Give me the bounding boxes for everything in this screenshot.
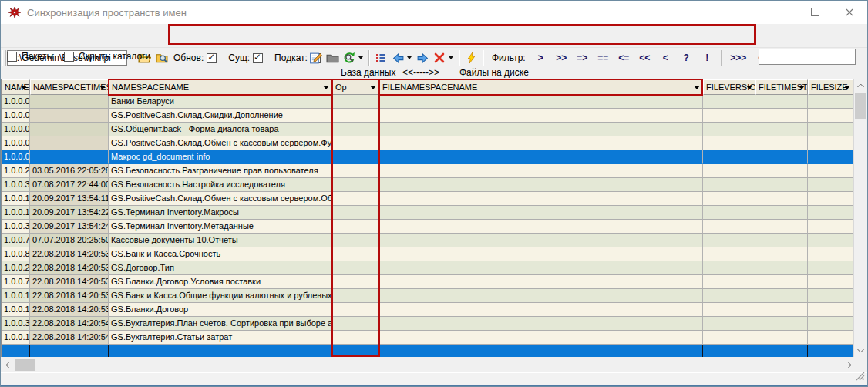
close-button[interactable] bbox=[832, 1, 866, 23]
cell-fileversion[interactable] bbox=[703, 220, 755, 234]
cell-namespacename[interactable]: GS.Банк и Касса.Общие функции валютных и… bbox=[109, 289, 332, 303]
column-header-namespacename[interactable]: NAMESPACENAME bbox=[109, 79, 332, 95]
cell-namespacetimestamp[interactable] bbox=[30, 95, 109, 109]
column-dropdown-icon[interactable] bbox=[370, 86, 376, 89]
cell-name[interactable]: 1.0.0.0 bbox=[2, 150, 30, 164]
cell-name[interactable]: 1.0.0.16 bbox=[2, 303, 30, 317]
horizontal-scrollbar[interactable] bbox=[1, 358, 856, 372]
cell-op[interactable] bbox=[332, 247, 379, 261]
scroll-left-icon[interactable] bbox=[1, 358, 14, 372]
cell-fileversion[interactable] bbox=[703, 289, 755, 303]
horizontal-scroll-thumb[interactable] bbox=[15, 359, 35, 371]
column-header-filesize[interactable]: FILESIZE bbox=[808, 79, 853, 95]
cell-filesize[interactable] bbox=[808, 331, 853, 345]
cell-op[interactable] bbox=[332, 192, 379, 206]
cell-name[interactable]: 1.0.0.7 bbox=[2, 234, 30, 247]
column-dropdown-icon[interactable] bbox=[844, 86, 850, 89]
vertical-scroll-thumb[interactable] bbox=[855, 93, 866, 119]
cell-filetimestamp[interactable] bbox=[755, 220, 808, 234]
cell-fileversion[interactable] bbox=[703, 192, 755, 206]
cell-filesize[interactable] bbox=[808, 234, 853, 247]
empty-selected-cell[interactable] bbox=[2, 345, 30, 357]
cell-filetimestamp[interactable] bbox=[755, 261, 808, 275]
cell-filesize[interactable] bbox=[808, 192, 853, 206]
cell-filetimestamp[interactable] bbox=[755, 206, 808, 220]
grid-row[interactable]: 1.0.0.222.08.2018 14:20:53GS.Договор.Тип bbox=[2, 261, 853, 275]
cell-fileversion[interactable] bbox=[703, 247, 755, 261]
cell-name[interactable]: 1.0.0.3 bbox=[2, 178, 30, 192]
cell-filenamespacename[interactable] bbox=[379, 136, 703, 150]
grid-row[interactable]: 1.0.0.707.07.2018 20:25:50Кассовые докум… bbox=[2, 234, 853, 247]
cell-op[interactable] bbox=[332, 317, 379, 331]
cell-op[interactable] bbox=[332, 123, 379, 136]
resize-grip[interactable] bbox=[856, 370, 865, 384]
cell-filetimestamp[interactable] bbox=[755, 234, 808, 247]
cell-fileversion[interactable] bbox=[703, 234, 755, 247]
cell-namespacetimestamp[interactable]: 22.08.2018 14:20:53 bbox=[30, 289, 109, 303]
cell-fileversion[interactable] bbox=[703, 317, 755, 331]
cell-fileversion[interactable] bbox=[703, 95, 755, 109]
cell-filetimestamp[interactable] bbox=[755, 303, 808, 317]
column-header-op[interactable]: Op bbox=[332, 79, 379, 95]
column-dropdown-icon[interactable] bbox=[799, 86, 805, 89]
cell-fileversion[interactable] bbox=[703, 303, 755, 317]
cell-filesize[interactable] bbox=[808, 150, 853, 164]
cell-namespacetimestamp[interactable]: 07.08.2017 22:44:00 bbox=[30, 178, 109, 192]
cell-namespacename[interactable]: GS.Бланки.Договор.Условия поставки bbox=[109, 275, 332, 289]
cell-name[interactable]: 1.0.0.2 bbox=[2, 164, 30, 178]
cell-namespacename[interactable]: GS.Безопасность.Настройка исследователя bbox=[109, 178, 332, 192]
cell-fileversion[interactable] bbox=[703, 261, 755, 275]
cell-name[interactable]: 1.0.0.0 bbox=[2, 109, 30, 123]
maximize-button[interactable] bbox=[798, 1, 833, 23]
cell-name[interactable]: 1.0.0.0 bbox=[2, 123, 30, 136]
cell-filetimestamp[interactable] bbox=[755, 331, 808, 345]
cell-filenamespacename[interactable] bbox=[379, 289, 703, 303]
grid-row[interactable]: 1.0.0.0Банки Беларуси bbox=[2, 95, 853, 109]
cell-filenamespacename[interactable] bbox=[379, 261, 703, 275]
cell-filesize[interactable] bbox=[808, 164, 853, 178]
cell-namespacename[interactable]: GS.PositiveCash.Склад.Обмен с кассовым с… bbox=[109, 136, 332, 150]
cell-filenamespacename[interactable] bbox=[379, 206, 703, 220]
column-dropdown-icon[interactable] bbox=[99, 86, 106, 89]
packages-checkbox[interactable] bbox=[7, 52, 17, 62]
cell-op[interactable] bbox=[332, 234, 379, 247]
cell-namespacetimestamp[interactable]: 22.08.2018 14:20:53 bbox=[30, 303, 109, 317]
grid-row[interactable]: 1.0.0.0GS.PositiveCash.Склад.Обмен с кас… bbox=[2, 136, 853, 150]
cell-filesize[interactable] bbox=[808, 123, 853, 136]
cell-name[interactable]: 1.0.0.2 bbox=[2, 261, 30, 275]
cell-namespacetimestamp[interactable] bbox=[30, 109, 109, 123]
grid-row[interactable]: 1.0.0.307.08.2017 22:44:00GS.Безопасност… bbox=[2, 178, 853, 192]
empty-selected-cell[interactable] bbox=[332, 345, 379, 357]
cell-namespacename[interactable]: GS.Бухгалтерия.Статьи затрат bbox=[109, 331, 332, 345]
grid-row[interactable]: 1.0.0.322.08.2018 14:20:54GS.Бухгалтерия… bbox=[2, 317, 853, 331]
cell-namespacename[interactable]: GS.Безопасность.Разграничение прав польз… bbox=[109, 164, 332, 178]
cell-filetimestamp[interactable] bbox=[755, 178, 808, 192]
cell-name[interactable]: 1.0.0.18 bbox=[2, 206, 30, 220]
cell-filesize[interactable] bbox=[808, 303, 853, 317]
column-header-namespacetimestamp[interactable]: NAMESPACETIMESTAMP bbox=[30, 79, 109, 95]
cell-op[interactable] bbox=[332, 150, 379, 164]
cell-filetimestamp[interactable] bbox=[755, 317, 808, 331]
cell-namespacetimestamp[interactable]: 22.08.2018 14:20:54 bbox=[30, 331, 109, 345]
cell-namespacename[interactable]: GS.PositiveCash.Склад.Обмен с кассовым с… bbox=[109, 192, 332, 206]
cell-namespacename[interactable]: Банки Беларуси bbox=[109, 95, 332, 109]
cell-filetimestamp[interactable] bbox=[755, 150, 808, 164]
cell-name[interactable]: 1.0.0.0 bbox=[2, 95, 30, 109]
column-header-filenamespacename[interactable]: FILENAMESPACENAME bbox=[379, 79, 703, 95]
cell-namespacetimestamp[interactable]: 03.05.2016 22:05:28 bbox=[30, 164, 109, 178]
cell-filenamespacename[interactable] bbox=[379, 331, 703, 345]
cell-op[interactable] bbox=[332, 109, 379, 123]
cell-op[interactable] bbox=[332, 136, 379, 150]
cell-namespacetimestamp[interactable]: 20.09.2017 13:54:22 bbox=[30, 206, 109, 220]
grid-row[interactable]: 1.0.0.203.05.2016 22:05:28GS.Безопасност… bbox=[2, 164, 853, 178]
cell-filetimestamp[interactable] bbox=[755, 192, 808, 206]
cell-filetimestamp[interactable] bbox=[755, 247, 808, 261]
cell-op[interactable] bbox=[332, 95, 379, 109]
cell-namespacename[interactable]: Макрос gd_document info bbox=[109, 150, 332, 164]
cell-filenamespacename[interactable] bbox=[379, 247, 703, 261]
cell-filesize[interactable] bbox=[808, 275, 853, 289]
grid-row[interactable]: 1.0.0.320.09.2017 13:54:24GS.Терминал In… bbox=[2, 220, 853, 234]
cell-filesize[interactable] bbox=[808, 261, 853, 275]
cell-name[interactable]: 1.0.0.8 bbox=[2, 247, 30, 261]
cell-filesize[interactable] bbox=[808, 136, 853, 150]
